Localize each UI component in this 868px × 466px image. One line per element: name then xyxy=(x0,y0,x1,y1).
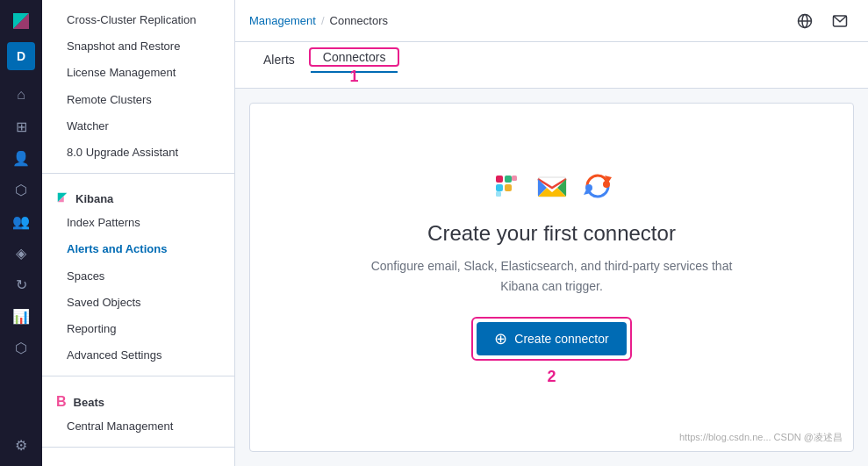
svg-rect-8 xyxy=(512,176,517,181)
webhook-icon xyxy=(580,168,615,204)
btn-number-label: 2 xyxy=(547,368,556,386)
sidebar-divider-3 xyxy=(42,447,234,448)
people-icon[interactable]: 👥 xyxy=(7,207,35,235)
slack-icon xyxy=(489,168,524,204)
breadcrumb-separator: / xyxy=(321,14,325,27)
sidebar-divider-2 xyxy=(42,376,234,376)
sidebar-item-reporting[interactable]: Reporting xyxy=(42,316,234,342)
svg-point-11 xyxy=(603,181,610,188)
tag-icon[interactable]: ◈ xyxy=(7,239,35,267)
sidebar: Cross-Cluster Replication Snapshot and R… xyxy=(42,0,235,466)
create-btn-wrapper: ⊕ Create connector 2 xyxy=(471,317,631,386)
sidebar-item-advanced[interactable]: Advanced Settings xyxy=(42,342,234,369)
breadcrumb-current: Connectors xyxy=(330,14,388,27)
refresh-icon[interactable]: ↻ xyxy=(7,270,35,298)
kibana-logo[interactable] xyxy=(7,7,35,35)
beats-section-icon: B xyxy=(56,394,67,410)
svg-rect-5 xyxy=(496,184,503,191)
topbar: Management / Connectors xyxy=(235,0,868,42)
layers-icon[interactable]: ⬡ xyxy=(7,176,35,204)
user-avatar[interactable]: D xyxy=(7,42,35,70)
sidebar-item-index-patterns[interactable]: Index Patterns xyxy=(42,210,234,236)
puzzle-icon[interactable]: ⬡ xyxy=(7,333,35,362)
chart-icon[interactable]: 📊 xyxy=(7,302,35,330)
connector-icons xyxy=(489,168,615,204)
watermark: https://blog.csdn.ne... CSDN @凌述昌 xyxy=(679,431,843,444)
icon-rail: D ⌂ ⊞ 👤 ⬡ 👥 ◈ ↻ 📊 ⬡ ⚙ xyxy=(0,0,42,466)
empty-state-description: Configure email, Slack, Elasticsearch, a… xyxy=(368,256,736,296)
sidebar-item-alerts-actions[interactable]: Alerts and Actions xyxy=(42,236,234,262)
kibana-section-icon xyxy=(56,191,68,206)
kibana-section-title: Kibana xyxy=(42,181,234,210)
grid-icon[interactable]: ⊞ xyxy=(7,112,35,140)
main-content: Management / Connectors xyxy=(235,0,868,466)
empty-state-title: Create your first connector xyxy=(427,221,676,246)
sidebar-item-snapshot[interactable]: Snapshot and Restore xyxy=(42,33,234,60)
sidebar-item-saved-objects[interactable]: Saved Objects xyxy=(42,290,234,316)
gmail-icon xyxy=(534,168,570,204)
empty-state: Create your first connector Configure em… xyxy=(249,103,854,452)
sidebar-item-license[interactable]: License Management xyxy=(42,60,234,86)
globe-button[interactable] xyxy=(791,7,819,35)
user-icon[interactable]: 👤 xyxy=(7,144,35,172)
sidebar-item-central-mgmt[interactable]: Central Management xyxy=(42,413,234,440)
mail-button[interactable] xyxy=(826,7,854,35)
svg-rect-4 xyxy=(496,176,503,183)
tab-connectors-wrapper: Connectors 1 xyxy=(309,42,400,88)
topbar-actions xyxy=(791,7,854,35)
home-icon[interactable]: ⌂ xyxy=(7,81,35,109)
create-btn-label: Create connector xyxy=(514,332,608,346)
sidebar-item-upgrade[interactable]: 8.0 Upgrade Assistant xyxy=(42,140,234,166)
svg-rect-7 xyxy=(505,184,512,191)
sidebar-item-remote[interactable]: Remote Clusters xyxy=(42,87,234,113)
breadcrumb-parent[interactable]: Management xyxy=(249,14,316,27)
beats-section-title: B Beats xyxy=(42,384,234,413)
sidebar-item-watcher[interactable]: Watcher xyxy=(42,113,234,140)
sidebar-divider-1 xyxy=(42,173,234,174)
sidebar-item-cross-cluster[interactable]: Cross-Cluster Replication xyxy=(42,7,234,33)
tabs-wrapper: Alerts Connectors 1 xyxy=(249,42,854,88)
plus-icon: ⊕ xyxy=(494,331,507,347)
breadcrumb: Management / Connectors xyxy=(249,14,388,27)
settings-icon[interactable]: ⚙ xyxy=(7,431,35,459)
page-content: Alerts Connectors 1 xyxy=(235,42,868,466)
create-btn-outline: ⊕ Create connector xyxy=(471,317,631,361)
svg-rect-6 xyxy=(505,176,512,183)
svg-rect-9 xyxy=(496,191,501,197)
tab-connectors-box: Connectors xyxy=(309,47,400,67)
sidebar-item-spaces[interactable]: Spaces xyxy=(42,263,234,290)
tab-alerts[interactable]: Alerts xyxy=(249,42,309,89)
ml-section-title: ⚙ Machine Learning xyxy=(42,455,234,466)
tabs-container: Alerts Connectors 1 xyxy=(235,42,868,89)
create-connector-button[interactable]: ⊕ Create connector xyxy=(477,322,626,355)
